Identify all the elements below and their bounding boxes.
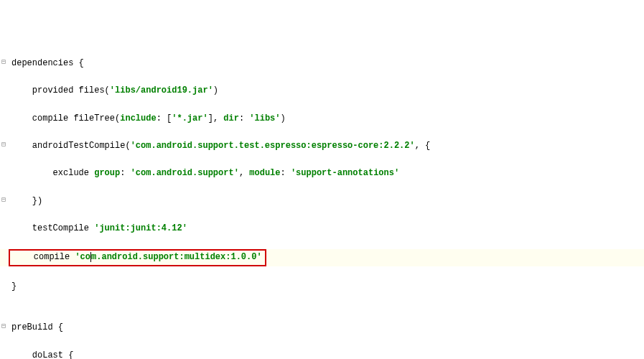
code-line: ⊟ }) [0, 195, 644, 208]
code-line: ⊟preBuild { [0, 321, 644, 335]
fold-marker[interactable]: ⊟ [1, 57, 6, 68]
code-line: ⊟dependencies { [0, 57, 644, 70]
fold-marker[interactable]: ⊟ [1, 321, 6, 332]
red-highlight-box: compile 'com.android.support:multidex:1.… [9, 249, 266, 266]
code-line: doLast { [0, 349, 644, 359]
code-line: ⊟ androidTestCompile('com.android.suppor… [0, 139, 644, 153]
code-line: provided files('libs/android19.jar') [0, 84, 644, 98]
code-line: } [0, 280, 644, 294]
highlighted-line: compile 'com.android.support:multidex:1.… [0, 249, 644, 266]
fold-marker[interactable]: ⊟ [1, 139, 6, 151]
code-line: compile fileTree(include: ['*.jar'], dir… [0, 112, 644, 126]
code-line: exclude group: 'com.android.support', mo… [0, 167, 644, 180]
code-line: testCompile 'junit:junit:4.12' [0, 222, 644, 236]
fold-marker[interactable]: ⊟ [1, 195, 6, 206]
